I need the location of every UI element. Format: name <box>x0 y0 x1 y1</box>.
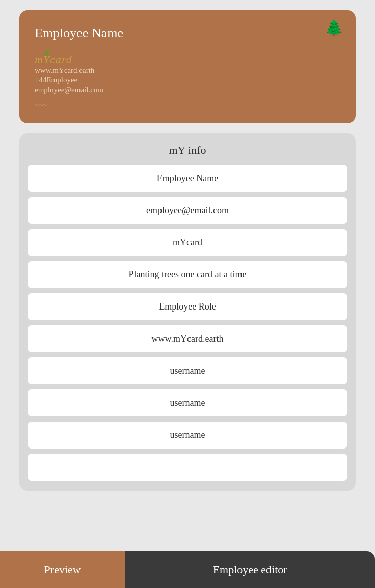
field-username3[interactable] <box>28 422 347 449</box>
tree-icon: 🌲 <box>325 20 343 36</box>
field-tagline[interactable] <box>28 261 347 288</box>
field-employee-name[interactable] <box>28 165 347 192</box>
card-logo: mY🌿card <box>35 53 340 66</box>
tab-bar: Preview Employee editor <box>0 551 375 588</box>
field-mycard[interactable] <box>28 229 347 256</box>
field-role[interactable] <box>28 293 347 320</box>
card-website: www.mYcard.earth <box>35 66 340 75</box>
card-phone: +44Employee <box>35 76 340 85</box>
field-email[interactable] <box>28 197 347 224</box>
card-email: employee@email.com <box>35 86 340 94</box>
card-employee-name: Employee Name <box>35 25 340 41</box>
field-username2[interactable] <box>28 389 347 416</box>
tab-preview[interactable]: Preview <box>0 551 125 588</box>
form-section: mY info <box>19 133 356 491</box>
business-card: 🌲 Employee Name mY🌿card www.mYcard.earth… <box>19 10 356 123</box>
form-title: mY info <box>169 144 206 157</box>
field-username1[interactable] <box>28 357 347 384</box>
tab-preview-label: Preview <box>44 563 81 576</box>
card-contact: www.mYcard.earth +44Employee employee@em… <box>35 66 340 111</box>
field-website[interactable] <box>28 325 347 352</box>
tab-editor[interactable]: Employee editor <box>125 551 375 588</box>
field-extra[interactable] <box>28 454 347 481</box>
tab-editor-label: Employee editor <box>213 563 287 576</box>
card-squiggle: ~~~ <box>35 100 340 111</box>
